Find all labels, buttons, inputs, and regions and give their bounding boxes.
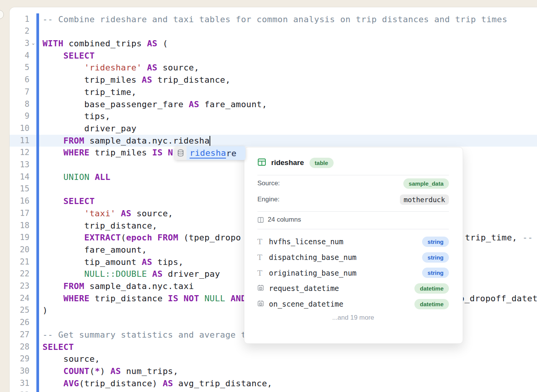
code-token <box>43 390 64 392</box>
columns-count-label: 24 columns <box>268 216 301 224</box>
code-token: (trip_distance) <box>79 379 162 388</box>
code-line[interactable]: WITH combined_trips AS ( <box>43 38 537 50</box>
code-token: ( <box>121 233 126 242</box>
code-token <box>43 196 64 206</box>
code-token: IS NOT <box>168 294 199 303</box>
line-number: 19 <box>10 232 29 244</box>
line-number: 10 <box>10 122 29 135</box>
column-type-badge: string <box>422 268 449 278</box>
code-token: avg_trip_distance, <box>173 379 272 388</box>
line-number: 5 <box>10 62 29 74</box>
line-number: 18 <box>10 220 29 232</box>
code-token: AS <box>142 75 152 85</box>
code-token: source, <box>157 63 199 72</box>
line-number: 11 <box>10 135 29 147</box>
code-token <box>225 294 231 303</box>
code-line[interactable]: trip_miles AS trip_distance, <box>43 74 537 86</box>
code-token: ALL <box>95 172 110 182</box>
code-token: driver_pay <box>43 124 136 133</box>
code-line[interactable]: trip_time, <box>43 86 537 98</box>
code-token <box>43 233 84 242</box>
engine-label: Engine: <box>257 196 280 203</box>
code-token: sample_data.nyc.taxi <box>84 281 194 291</box>
code-token: ( <box>157 39 168 48</box>
code-line[interactable]: SELECT <box>43 50 537 62</box>
code-token <box>43 63 84 72</box>
code-line[interactable]: source, <box>43 353 537 365</box>
code-token: trip_distance, <box>43 221 157 230</box>
line-number: 24 <box>10 292 29 305</box>
code-token <box>43 51 64 60</box>
code-line[interactable]: FROM sample_data.nyc.ridesha <box>43 135 537 147</box>
line-number: 25 <box>10 304 29 317</box>
code-token: 'taxi' <box>84 209 116 218</box>
autocomplete-rest-text: re <box>226 149 236 158</box>
line-number: 16 <box>10 195 29 207</box>
code-token: avg_trip_time, <box>152 390 231 392</box>
code-line[interactable] <box>43 25 537 38</box>
code-token: AS <box>142 390 152 392</box>
code-token: base_passenger_fare <box>43 100 189 109</box>
code-line[interactable]: tips, <box>43 110 537 122</box>
more-columns-label: ...and 19 more <box>257 314 449 325</box>
code-line[interactable]: base_passenger_fare AS fare_amount, <box>43 98 537 111</box>
table-icon <box>257 158 266 168</box>
line-number: 8 <box>10 98 29 111</box>
code-token: FROM <box>64 281 85 291</box>
code-line[interactable]: AVG(trip_time) AS avg_trip_time, <box>43 389 537 392</box>
fold-chevron-icon[interactable]: ⌄ <box>31 38 38 50</box>
line-number: 26 <box>10 317 29 329</box>
engine-badge: motherduck <box>400 194 449 205</box>
source-row: Source: sample_data <box>257 175 449 191</box>
code-token <box>43 209 84 218</box>
code-token: SELECT <box>64 196 95 206</box>
table-type-badge: table <box>309 158 334 168</box>
line-number: 3 <box>10 38 29 50</box>
code-token: (trip_time) <box>79 390 142 392</box>
code-token: ( <box>90 366 95 376</box>
code-token: epoch <box>126 233 152 242</box>
code-token: FROM <box>64 136 85 145</box>
code-token: trip_time, <box>465 232 522 244</box>
code-line[interactable]: -- Combine rideshare and taxi tables for… <box>43 13 537 26</box>
code-token: combined_trips <box>64 39 147 48</box>
code-token: fare_amount, <box>43 245 147 255</box>
code-line[interactable]: COUNT(*) AS num_trips, <box>43 365 537 377</box>
code-token: source, <box>43 354 100 364</box>
column-row: on_scene_datetimedatetime <box>257 296 449 312</box>
code-token: 'rideshare' <box>84 63 142 72</box>
column-name: originating_base_num <box>269 269 422 277</box>
edge-floating-button[interactable] <box>0 10 4 19</box>
line-number: 12 <box>10 147 29 159</box>
engine-row: Engine: motherduck <box>257 191 449 207</box>
code-token: -- Combine rideshare and taxi tables for… <box>43 15 508 24</box>
code-token: tip_amount <box>43 257 142 267</box>
line-number: 32 <box>10 389 29 392</box>
code-token: sample_data.nyc.ridesha <box>84 136 210 145</box>
code-line[interactable]: driver_pay <box>43 122 537 135</box>
code-token: trip_distance, <box>152 75 231 85</box>
code-token: source, <box>131 209 173 218</box>
code-line[interactable]: AVG(trip_distance) AS avg_trip_distance, <box>43 377 537 390</box>
autocomplete-item-rideshare[interactable]: rideshare <box>175 146 246 160</box>
code-line[interactable]: 'rideshare' AS source, <box>43 62 537 74</box>
line-number: 21 <box>10 256 29 268</box>
divider <box>257 229 449 229</box>
code-token: trip_distance <box>90 294 168 303</box>
code-token: UNION <box>64 172 90 182</box>
code-token: driver_pay <box>163 269 220 279</box>
text-type-icon: T <box>257 269 269 277</box>
code-token <box>43 294 64 303</box>
code-token: (tpep_dropo <box>178 233 241 242</box>
line-number: 13 <box>10 159 29 171</box>
code-token: AS <box>163 379 173 388</box>
code-token: AS <box>121 209 131 218</box>
code-token: trip_time, <box>43 87 136 97</box>
columns-icon <box>257 217 264 223</box>
code-token <box>43 136 64 145</box>
column-name: request_datetime <box>269 284 414 292</box>
code-token <box>43 366 64 376</box>
sql-editor-panel[interactable]: 123⌄456789101112131415161718192021222324… <box>9 7 537 392</box>
code-token: AS <box>152 269 162 279</box>
datetime-type-icon <box>257 284 269 292</box>
